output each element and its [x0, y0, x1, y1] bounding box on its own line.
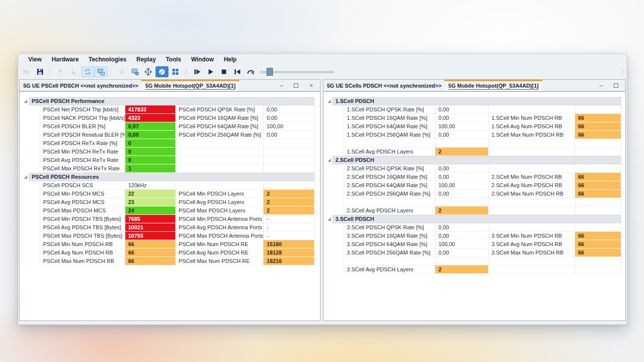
menu-item-help[interactable]: Help: [219, 54, 242, 64]
table-row: 2.SCell PDSCH 256QAM Rate [%]0,002.SCell…: [343, 190, 621, 198]
row-label: 2.SCell Min Num PDSCH RB: [488, 173, 575, 181]
collapse-arrow-icon: [326, 100, 332, 103]
table-row: PSCell Avg PDSCH TBS [Bytes]10021PSCell …: [40, 223, 315, 232]
table-row: PSCell PDSCH BLER [%]0,97PSCell PDSCH 64…: [40, 122, 315, 131]
row-label: PSCell Avg PDSCH Layers: [176, 198, 264, 207]
table-row: 3.SCell PDSCH 16QAM Rate [%]0,003.SCell …: [343, 232, 621, 240]
table-row: 2.SCell PDSCH QPSK Rate [%]0,00: [343, 164, 621, 173]
row-label: PSCell Min PDSCH Antenna Ports: [176, 215, 264, 223]
window-buttons: –: [595, 80, 625, 91]
row-value: 2: [264, 190, 315, 198]
row-label: 1.SCell PDSCH 16QAM Rate [%]: [343, 114, 435, 122]
section-title: PSCell PDSCH Resources: [29, 173, 315, 181]
grid-view-icon[interactable]: [169, 66, 182, 77]
row-value: [575, 139, 621, 148]
stop-icon[interactable]: [217, 66, 230, 77]
table-row: PSCell Max Num PDSCH RB66PSCell Max Num …: [40, 257, 315, 265]
table-row: PSCell Min PDSCH ReTx Rate0: [40, 148, 315, 156]
sync-icon[interactable]: [81, 66, 94, 77]
minimize-button[interactable]: –: [599, 83, 603, 88]
titlebar-spacer: [239, 80, 275, 91]
minimize-button[interactable]: –: [279, 83, 283, 88]
row-label: [488, 198, 575, 207]
close-button[interactable]: ×: [309, 83, 313, 88]
table-row: 2.SCell PDSCH 16QAM Rate [%]0,002.SCell …: [343, 173, 621, 181]
row-label: [176, 156, 264, 164]
replay-icon[interactable]: [115, 66, 128, 77]
row-label: [488, 105, 575, 114]
row-value: 0: [125, 148, 176, 156]
table-row: PSCell PDSCH Residual BLER [%]0,00PSCell…: [40, 131, 315, 139]
row-label: 2.SCell PDSCH QPSK Rate [%]: [343, 164, 435, 173]
row-label: [176, 181, 264, 190]
menu-item-window[interactable]: Window: [186, 54, 219, 64]
row-value: 2: [435, 207, 488, 215]
device-tab-label: 5G Mobile Hotspot(QP_53A4AD)[1]: [448, 83, 538, 90]
row-value: [575, 164, 621, 173]
save-icon[interactable]: [34, 66, 47, 77]
replay-speed-slider[interactable]: [260, 67, 334, 77]
section-header[interactable]: PSCell PDSCH Performance: [20, 97, 315, 105]
row-label: PSCell Max PDSCH ReTx Rate: [40, 164, 125, 173]
row-label: 3.SCell Max Num PDSCH RB: [488, 249, 575, 257]
row-value: 66: [575, 114, 621, 122]
row-label: PSCell Avg PDSCH MCS: [40, 198, 125, 207]
collapse-arrow-icon: [326, 217, 332, 221]
monitor-lock-icon[interactable]: [95, 66, 107, 77]
row-value: 120kHz: [125, 181, 176, 190]
monitor-gear-icon[interactable]: [129, 66, 142, 77]
table-row: PSCell Net PDSCH Thp [kbit/s]417833PSCel…: [40, 105, 315, 114]
row-value: 66: [575, 181, 621, 190]
row-label: 3.SCell Min Num PDSCH RB: [488, 232, 575, 240]
step-play-icon[interactable]: [191, 66, 204, 77]
row-value: 66: [575, 173, 621, 181]
maximize-button[interactable]: [614, 83, 618, 88]
menu-item-tools[interactable]: Tools: [161, 54, 186, 64]
row-label: 2.SCell Avg PDSCH Layers: [343, 207, 435, 215]
table-row: PSCell Min Num PDSCH RB66PSCell Min Num …: [40, 240, 315, 249]
row-label: PSCell Min PDSCH Layers: [176, 190, 264, 198]
row-value: [575, 257, 621, 265]
row-label: 2.SCell PDSCH 64QAM Rate [%]: [343, 181, 435, 190]
disconnect-icon[interactable]: [68, 66, 81, 77]
section-header[interactable]: PSCell PDSCH Resources: [20, 173, 315, 181]
row-value: 66: [125, 257, 176, 265]
row-value: 66: [575, 249, 621, 257]
row-value: [575, 105, 621, 114]
menu-item-technologies[interactable]: Technologies: [84, 54, 131, 64]
section-title: 3.SCell PDSCH: [332, 215, 621, 223]
menu-item-replay[interactable]: Replay: [131, 54, 161, 64]
section-header[interactable]: 1.SCell PDSCH: [323, 97, 621, 105]
speed-gauge-icon[interactable]: [244, 66, 257, 77]
slider-handle[interactable]: [267, 68, 273, 76]
collapse-arrow-icon: [326, 158, 332, 162]
row-label: PSCell NACK PDSCH Thp [kbit/s]: [40, 114, 125, 122]
row-label: [176, 139, 264, 148]
row-value: [575, 223, 621, 232]
skip-back-icon[interactable]: [231, 66, 244, 77]
row-label: 1.SCell Avg Num PDSCH RB: [488, 122, 575, 131]
row-label: [488, 164, 575, 173]
filter-icon[interactable]: [142, 66, 155, 77]
row-label: PSCell PDSCH 16QAM Rate [%]: [176, 114, 264, 122]
menu-item-hardware[interactable]: Hardware: [47, 54, 84, 64]
coverage-map-icon[interactable]: [156, 66, 168, 77]
maximize-button[interactable]: [294, 83, 298, 88]
row-label: PSCell PDSCH QPSK Rate [%]: [176, 105, 264, 114]
section-header[interactable]: 2.SCell PDSCH: [323, 156, 621, 164]
row-value: 0: [125, 139, 176, 148]
connect-icon[interactable]: [54, 66, 67, 77]
row-value: 2: [435, 148, 488, 156]
section-header[interactable]: 3.SCell PDSCH: [323, 215, 621, 223]
folder-open-icon[interactable]: [20, 66, 33, 77]
play-icon[interactable]: [204, 66, 217, 77]
row-label: 1.SCell PDSCH 256QAM Rate [%]: [343, 131, 435, 139]
row-label: PSCell Max PDSCH TBS [Bytes]: [40, 232, 125, 240]
row-label: 1.SCell Min Num PDSCH RB: [488, 114, 575, 122]
device-tab[interactable]: 5G Mobile Hotspot(QP_53A4AD)[1]: [141, 80, 239, 91]
row-label: PSCell Min Num PDSCH RE: [176, 240, 264, 249]
table-row: 1.SCell PDSCH 256QAM Rate [%]0,001.SCell…: [343, 131, 621, 139]
device-tab[interactable]: 5G Mobile Hotspot(QP_53A4AD)[1]: [444, 80, 542, 91]
row-value: 66: [575, 122, 621, 131]
menu-item-view[interactable]: View: [23, 54, 47, 64]
